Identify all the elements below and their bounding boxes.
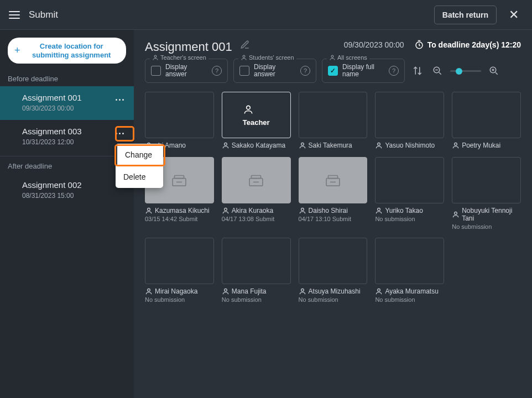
submission-thumb[interactable] [222,157,291,203]
submission-card[interactable]: Yuriko TakaoNo submission [375,157,444,230]
submission-thumb[interactable] [452,157,521,203]
submission-card[interactable]: Nobuyuki Tennoji TaniNo submission [452,157,521,230]
context-delete[interactable]: Delete [116,166,163,188]
person-icon [329,54,336,61]
submission-thumb[interactable] [299,157,368,203]
checkbox-display-answer-teacher[interactable] [151,66,161,76]
app-title: Submit [29,9,434,20]
page-title: Assignment 001 [145,40,232,54]
card-sub: No submission [222,296,291,303]
svg-rect-17 [252,176,261,179]
submission-thumb[interactable] [222,238,291,284]
submission-thumb[interactable] [375,92,444,138]
submission-card[interactable]: Mana FujitaNo submission [222,238,291,303]
submission-thumb[interactable] [375,157,444,203]
svg-point-25 [455,212,457,215]
main-panel: Assignment 001 09/30/2023 00:00 To deadl… [134,30,532,398]
card-name: Yasuo Nishimoto [375,142,444,149]
submission-card[interactable]: Saki Takemura [299,92,368,149]
help-icon[interactable]: ? [212,66,222,76]
more-icon[interactable] [113,128,126,139]
svg-point-7 [246,106,250,109]
svg-point-11 [455,143,457,146]
help-icon[interactable]: ? [300,66,310,76]
submission-thumb[interactable] [375,238,444,284]
submission-thumb[interactable] [299,92,368,138]
submission-card[interactable]: Atsuya MizuhashiNo submission [299,238,368,303]
card-sub: No submission [375,296,444,303]
fieldset-students-screen: Students' screen Display answer ? [233,59,316,83]
assignment-date: 09/30/2023 00:00 [22,104,122,112]
sort-icon[interactable] [410,64,425,78]
submission-card[interactable]: TeacherSakako Katayama [222,92,291,149]
section-after-deadline: After deadline [0,159,134,174]
card-name: Mirai Nagaoka [145,287,214,295]
submission-card[interactable]: Akira Kuraoka04/17 13:08 Submit [222,157,291,230]
submission-card[interactable]: Mirai NagaokaNo submission [145,238,214,303]
svg-rect-13 [175,176,184,179]
fieldset-all-screens: All screens Display full name ? [322,59,405,83]
more-icon[interactable] [113,94,126,105]
teacher-thumb[interactable]: Teacher [222,92,291,138]
svg-point-27 [224,289,227,292]
card-sub: 04/17 13:08 Submit [222,216,291,222]
submission-card[interactable]: Ayaka MuramatsuNo submission [375,238,444,303]
option-label: Display full name [342,64,384,78]
svg-point-1 [154,55,157,57]
submission-thumb[interactable] [299,238,368,284]
create-location-label: Create location for submitting assignmen… [24,42,119,59]
checkbox-display-fullname[interactable] [328,66,338,76]
submission-thumb[interactable] [145,92,214,138]
zoom-slider[interactable] [450,70,481,72]
zoom-out-icon[interactable] [430,64,445,78]
close-icon[interactable]: ✕ [504,6,523,24]
svg-point-26 [148,289,150,292]
stopwatch-icon [414,40,424,50]
submission-thumb[interactable] [452,92,521,138]
assignment-item[interactable]: Assignment 003 10/31/2023 12:00 [0,120,134,154]
deadline-date: 09/30/2023 00:00 [344,40,404,49]
assignment-item[interactable]: Assignment 001 09/30/2023 00:00 [0,86,134,120]
assignment-date: 10/31/2023 12:00 [22,138,122,146]
svg-point-23 [301,208,304,211]
hamburger-icon[interactable] [9,11,20,19]
svg-point-3 [331,55,333,57]
option-label: Display answer [165,64,207,78]
card-name: Poetry Mukai [452,142,521,149]
card-name: Yuriko Takao [375,207,444,214]
create-location-button[interactable]: + Create location for submitting assignm… [8,38,126,64]
main-header: Assignment 001 09/30/2023 00:00 To deadl… [145,40,521,54]
assignment-name: Assignment 002 [22,180,122,190]
zoom-in-icon[interactable] [487,64,501,78]
svg-point-19 [224,208,227,211]
submission-card[interactable]: shi Amano [145,92,214,149]
card-name: Akira Kuraoka [222,207,291,214]
assignment-name: Assignment 003 [22,127,122,136]
submission-thumb[interactable] [145,238,214,284]
person-icon [152,54,159,61]
card-sub: 03/15 14:42 Submit [145,216,214,222]
sidebar: + Create location for submitting assignm… [0,30,134,398]
batch-return-button[interactable]: Batch return [434,6,497,24]
assignment-name: Assignment 001 [22,93,122,102]
submission-card[interactable]: Daisho Shirai04/17 13:10 Submit [299,157,368,230]
context-menu: Change Delete [116,144,163,188]
deadline-info: 09/30/2023 00:00 To deadline 2day(s) 12:… [344,40,521,50]
context-change[interactable]: Change [116,144,163,166]
person-icon [241,54,247,61]
submissions-grid: shi AmanoTeacherSakako KatayamaSaki Take… [145,92,521,303]
submission-card[interactable]: Poetry Mukai [452,92,521,149]
card-name: Mana Fujita [222,287,291,295]
help-icon[interactable]: ? [389,66,399,76]
card-name: Kazumasa Kikuchi [145,207,214,214]
submission-card[interactable]: Yasuo Nishimoto [375,92,444,149]
plus-icon: + [14,45,20,57]
option-label: Display answer [254,64,296,78]
divider [0,156,134,156]
card-sub: No submission [452,223,521,230]
section-before-deadline: Before deadline [0,71,134,86]
checkbox-display-answer-students[interactable] [239,66,249,76]
edit-icon[interactable] [240,40,250,50]
card-name: Atsuya Mizuhashi [299,287,368,295]
assignment-item[interactable]: Assignment 002 08/31/2023 15:00 [0,174,134,207]
